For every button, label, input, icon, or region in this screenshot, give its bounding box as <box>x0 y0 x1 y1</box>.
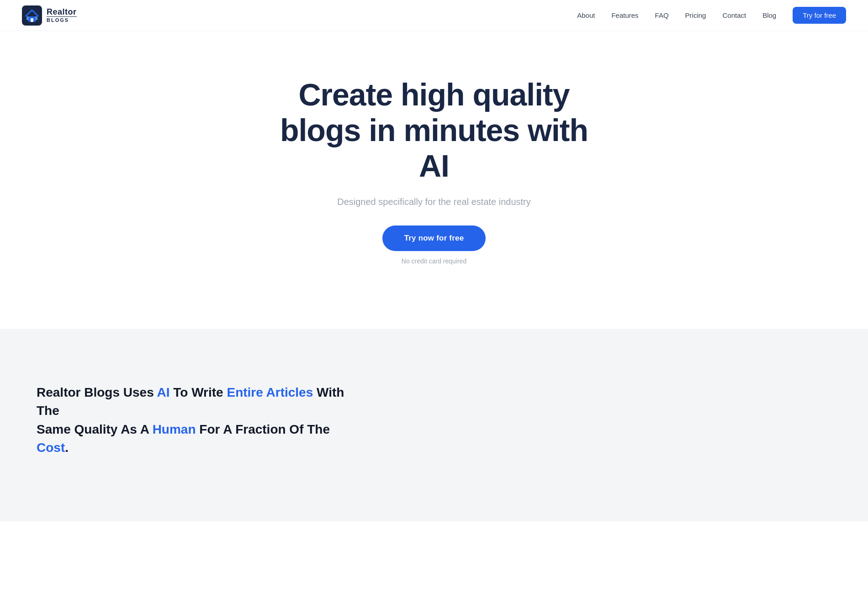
navbar: Realtor BLOGS About Features FAQ Pricing… <box>0 0 868 31</box>
vp-line2-suffix: . <box>65 440 69 455</box>
nav-pricing[interactable]: Pricing <box>685 11 706 19</box>
svg-rect-4 <box>35 16 37 20</box>
nav-contact[interactable]: Contact <box>722 11 746 19</box>
logo-blogs-text: BLOGS <box>47 16 77 23</box>
vp-human-highlight: Human <box>153 422 196 436</box>
vp-ai-highlight: AI <box>157 385 169 399</box>
value-prop-section: Realtor Blogs Uses AI To Write Entire Ar… <box>0 329 868 521</box>
svg-rect-0 <box>22 5 42 26</box>
svg-rect-2 <box>31 18 33 22</box>
vp-line1-prefix: Realtor Blogs Uses <box>37 385 157 399</box>
vp-line1-middle: To Write <box>169 385 227 399</box>
vp-cost-highlight: Cost <box>37 440 65 455</box>
hero-title: Create high quality blogs in minutes wit… <box>274 77 594 184</box>
vp-line2-middle: For A Fraction Of The <box>196 422 330 436</box>
nav-blog[interactable]: Blog <box>762 11 776 19</box>
nav-try-for-free-button[interactable]: Try for free <box>793 7 846 24</box>
nav-about[interactable]: About <box>577 11 595 19</box>
hero-subtitle: Designed specifically for the real estat… <box>337 197 531 207</box>
hero-note: No credit card required <box>402 257 466 265</box>
nav-features[interactable]: Features <box>611 11 638 19</box>
value-prop-text: Realtor Blogs Uses AI To Write Entire Ar… <box>37 383 356 457</box>
hero-cta-button[interactable]: Try now for free <box>382 225 486 251</box>
nav-faq[interactable]: FAQ <box>655 11 669 19</box>
logo-link[interactable]: Realtor BLOGS <box>22 5 77 26</box>
logo-realtor-text: Realtor <box>47 8 77 17</box>
svg-rect-3 <box>26 16 29 20</box>
logo-icon <box>22 5 42 26</box>
logo-text: Realtor BLOGS <box>47 8 77 23</box>
vp-entire-articles-highlight: Entire Articles <box>227 385 313 399</box>
nav-links: About Features FAQ Pricing Contact Blog … <box>577 11 846 20</box>
hero-section: Create high quality blogs in minutes wit… <box>0 31 868 329</box>
